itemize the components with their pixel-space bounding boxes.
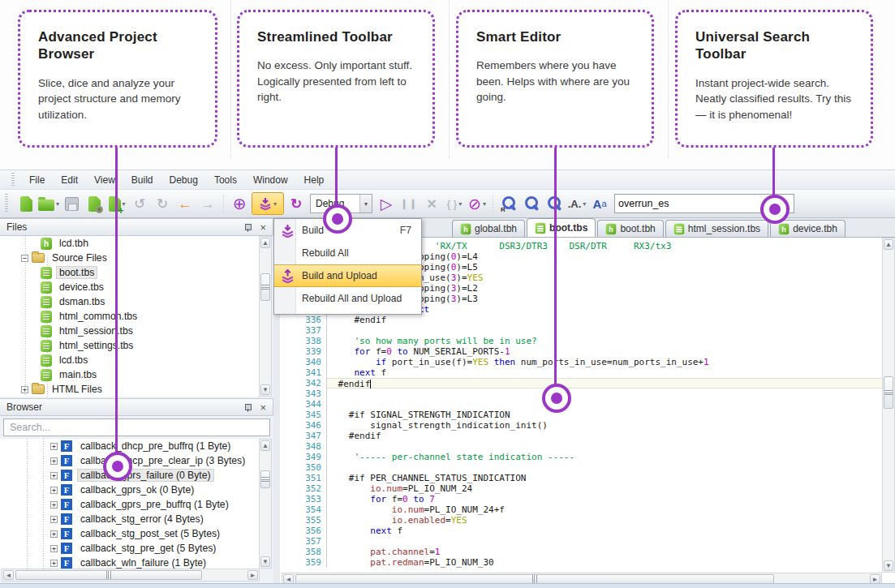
browser-tree-item[interactable]: +Fcallback_stg_pre_get (5 Bytes) [0, 541, 260, 556]
code-token: 1 [505, 346, 510, 357]
scroll-down-button[interactable]: ▼ [260, 384, 270, 395]
toggle-breakpoint-button[interactable]: ⊘▾ [467, 192, 488, 215]
project-settings-button[interactable] [84, 192, 105, 215]
scroll-right-button[interactable]: ► [247, 570, 258, 580]
tree-expander-icon[interactable]: + [50, 487, 58, 494]
line-number: 344 [280, 399, 327, 410]
browser-tree-item[interactable]: +Fcallback_stg_post_set (5 Bytes) [0, 526, 260, 541]
find-references-button[interactable]: R [498, 192, 519, 215]
editor-tab-html_session-tbs[interactable]: html_session.tbs [665, 220, 768, 237]
match-case-button[interactable]: .A.▾ [566, 192, 587, 215]
scrollbar-thumb[interactable] [884, 376, 893, 409]
new-file-button[interactable] [15, 192, 37, 215]
stop-button[interactable]: × [421, 192, 442, 215]
step-button[interactable]: { }▾ [444, 192, 465, 215]
tree-expander-icon[interactable]: + [50, 516, 58, 523]
menubar-item-edit[interactable]: Edit [53, 172, 86, 188]
open-file-button[interactable]: ▾ [38, 192, 59, 215]
connector-line [335, 148, 338, 208]
files-tree-item[interactable]: html_common.tbs [0, 309, 260, 324]
tree-expander-icon[interactable]: + [50, 560, 58, 567]
navigate-forward-button[interactable]: → [197, 192, 218, 215]
menu-item-rebuild-all-and-upload[interactable]: Rebuild All and Upload [274, 287, 421, 310]
code-token: io.num [392, 504, 424, 515]
files-vertical-scrollbar[interactable]: ▲ ▼ [259, 236, 272, 397]
files-tree-item[interactable]: lcd.tbs [0, 353, 260, 367]
find-button[interactable] [521, 192, 542, 215]
browser-vertical-scrollbar[interactable]: ▲ ▼ [259, 439, 272, 569]
code-token: = [445, 515, 451, 526]
menubar-item-help[interactable]: Help [296, 172, 333, 188]
tree-expander-icon[interactable]: + [50, 443, 58, 450]
files-tree-item[interactable]: html_session.tbs [0, 324, 260, 338]
font-button[interactable]: Aa [589, 192, 610, 215]
scroll-down-button[interactable]: ▼ [884, 560, 893, 571]
browser-tree-item[interactable]: +Fcallback_wln_failure (1 Byte) [0, 556, 260, 569]
browser-horizontal-scrollbar[interactable]: ◄ ► [2, 569, 260, 582]
code-token: YES [451, 515, 467, 526]
menu-item-build-and-upload[interactable]: Build and Upload [274, 264, 421, 287]
scrollbar-thumb[interactable] [260, 273, 270, 301]
menubar-item-tools[interactable]: Tools [206, 172, 245, 188]
line-number: 336 [280, 315, 327, 325]
menubar-item-file[interactable]: File [21, 172, 53, 188]
code-token: YES [467, 273, 484, 283]
rebuild-button[interactable]: ↻ [286, 192, 307, 215]
tree-expander-icon[interactable]: − [21, 255, 28, 262]
run-button[interactable]: ▷ [376, 192, 397, 215]
files-tree-item[interactable]: boot.tbs [0, 265, 260, 280]
editor-tab-boot-tbh[interactable]: hboot.tbh [597, 220, 663, 237]
redo-button[interactable]: ↻ [152, 192, 173, 215]
tree-expander-icon[interactable]: + [50, 545, 58, 552]
scroll-left-button[interactable]: ◄ [3, 570, 14, 580]
tree-expander-icon[interactable]: + [21, 386, 28, 393]
files-tree-item[interactable]: hlcd.tbh [0, 236, 260, 251]
close-icon[interactable]: × [260, 222, 266, 233]
menubar-item-debug[interactable]: Debug [161, 172, 206, 188]
tree-expander-icon[interactable]: + [50, 457, 58, 465]
files-tree-item[interactable]: −Source Files [0, 251, 260, 265]
annotation-marker [103, 452, 132, 481]
files-tree-item[interactable]: main.tbs [0, 367, 260, 382]
menu-item-rebuild-all[interactable]: Rebuild All [274, 242, 421, 264]
editor-vertical-scrollbar[interactable]: ▲ ▼ [882, 238, 895, 573]
browser-tree-item[interactable]: +Fcallback_gprs_ok (0 Byte) [0, 483, 260, 497]
editor-tab-boot-tbs[interactable]: boot.tbs [527, 218, 596, 237]
device-setup-button[interactable]: ⊕ [229, 192, 250, 215]
pin-icon[interactable] [243, 223, 252, 232]
undo-button[interactable]: ↺ [129, 192, 150, 215]
callout-title: Universal Search Toolbar [695, 28, 853, 63]
pause-button[interactable]: ❙❙ [398, 192, 420, 215]
files-tree-item[interactable]: html_settings.tbs [0, 338, 260, 353]
scroll-up-button[interactable]: ▲ [260, 440, 270, 451]
scroll-up-button[interactable]: ▲ [884, 239, 893, 250]
browser-tree-item[interactable]: +Fcallback_dhcp_pre_buffrq (1 Byte) [0, 439, 260, 453]
close-icon[interactable]: × [260, 402, 266, 413]
build-split-button[interactable]: ▾ [252, 192, 284, 215]
pin-icon[interactable] [243, 403, 252, 412]
browser-tree-item[interactable]: +Fcallback_stg_error (4 Bytes) [0, 512, 260, 526]
files-tree-item[interactable]: +HTML Files [0, 382, 260, 397]
editor-tab-device-tbh[interactable]: hdevice.tbh [770, 220, 846, 237]
code-token: pat.channel [370, 547, 429, 557]
save-button[interactable] [61, 192, 82, 215]
code-text [327, 388, 882, 399]
editor-tab-global-tbh[interactable]: hglobal.tbh [452, 220, 525, 237]
files-tree-item[interactable]: device.tbs [0, 280, 260, 294]
tree-expander-icon[interactable]: + [50, 530, 58, 538]
browser-search-input[interactable]: Search... [3, 418, 270, 436]
code-token: #if PER_CHANNEL_STATUS_INDICATION [333, 473, 526, 483]
scrollbar-thumb[interactable] [260, 470, 270, 488]
scroll-down-button[interactable]: ▼ [260, 556, 270, 567]
menubar-item-window[interactable]: Window [245, 172, 296, 188]
tree-expander-icon[interactable]: + [50, 472, 58, 479]
navigate-back-button[interactable]: ← [174, 192, 196, 215]
scrollbar-thumb[interactable] [15, 570, 202, 580]
scroll-up-button[interactable]: ▲ [260, 238, 270, 248]
menubar-item-build[interactable]: Build [123, 172, 161, 188]
browser-tree-item[interactable]: +Fcallback_gprs_pre_buffrq (1 Byte) [0, 497, 260, 512]
code-token: for [370, 494, 386, 504]
files-tree-item[interactable]: dsman.tbs [0, 294, 260, 309]
combo-dropdown-button[interactable]: ▾ [359, 195, 372, 212]
tree-expander-icon[interactable]: + [50, 501, 58, 509]
